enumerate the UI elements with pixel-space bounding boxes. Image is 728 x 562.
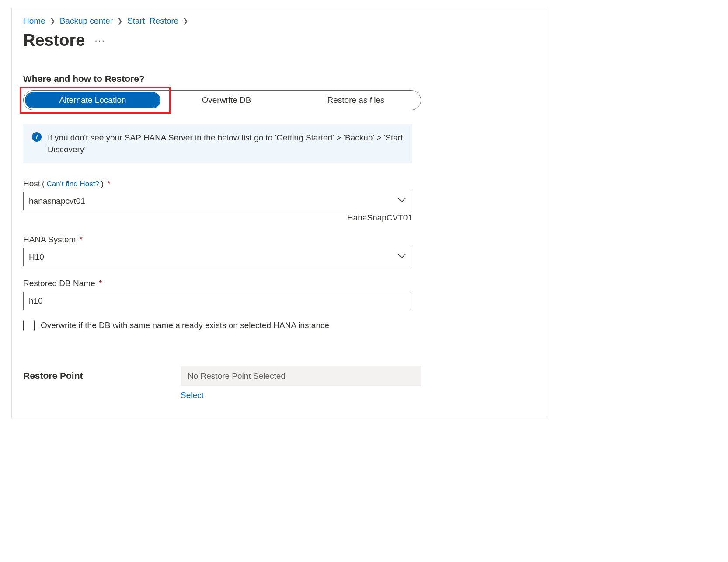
hana-system-value: H10: [29, 252, 44, 262]
breadcrumb-backup-center[interactable]: Backup center: [60, 16, 113, 26]
chevron-right-icon: ❯: [50, 17, 56, 25]
host-subtext: HanaSnapCVT01: [23, 213, 412, 223]
cant-find-host-link[interactable]: Can't find Host?: [46, 180, 99, 188]
chevron-down-icon: [398, 196, 406, 206]
breadcrumb: Home ❯ Backup center ❯ Start: Restore ❯: [23, 16, 537, 26]
breadcrumb-start-restore[interactable]: Start: Restore: [127, 16, 178, 26]
restored-db-input[interactable]: h10: [23, 292, 412, 310]
hana-system-label: HANA System: [23, 235, 76, 244]
host-select[interactable]: hanasnapcvt01: [23, 192, 412, 210]
paren-open: (: [42, 179, 45, 188]
hana-system-select[interactable]: H10: [23, 248, 412, 266]
restored-db-label: Restored DB Name: [23, 279, 95, 288]
overwrite-checkbox[interactable]: [23, 320, 35, 331]
paren-close: ): [101, 179, 104, 188]
required-marker: *: [99, 279, 102, 288]
section-heading: Where and how to Restore?: [23, 73, 537, 84]
info-text: If you don't see your SAP HANA Server in…: [48, 132, 404, 155]
more-actions-button[interactable]: ···: [95, 35, 105, 46]
host-label: Host: [23, 179, 40, 188]
host-field: Host (Can't find Host?) * hanasnapcvt01 …: [23, 179, 412, 223]
page-title: Restore: [23, 31, 85, 50]
restore-point-placeholder: No Restore Point Selected: [181, 366, 421, 386]
hana-system-field: HANA System * H10: [23, 235, 412, 266]
restored-db-field: Restored DB Name * h10: [23, 279, 412, 310]
overwrite-checkbox-label: Overwrite if the DB with same name alrea…: [41, 321, 329, 330]
required-marker: *: [107, 179, 110, 188]
overwrite-checkbox-row: Overwrite if the DB with same name alrea…: [23, 320, 412, 331]
chevron-right-icon: ❯: [183, 17, 188, 25]
restore-point-label: Restore Point: [23, 366, 181, 381]
info-box: i If you don't see your SAP HANA Server …: [23, 124, 412, 163]
chevron-right-icon: ❯: [117, 17, 123, 25]
tab-restore-as-files[interactable]: Restore as files: [291, 91, 421, 110]
restore-point-select-link[interactable]: Select: [181, 391, 204, 400]
required-marker: *: [79, 235, 82, 244]
restored-db-value: h10: [29, 296, 43, 306]
restore-mode-toggle: Alternate Location Overwrite DB Restore …: [23, 90, 421, 110]
breadcrumb-home[interactable]: Home: [23, 16, 45, 26]
host-value: hanasnapcvt01: [29, 196, 85, 206]
info-icon: i: [32, 132, 42, 142]
chevron-down-icon: [398, 252, 406, 262]
tab-alternate-location[interactable]: Alternate Location: [25, 92, 160, 108]
restore-point-row: Restore Point No Restore Point Selected …: [23, 366, 421, 400]
tab-overwrite-db[interactable]: Overwrite DB: [162, 91, 291, 110]
